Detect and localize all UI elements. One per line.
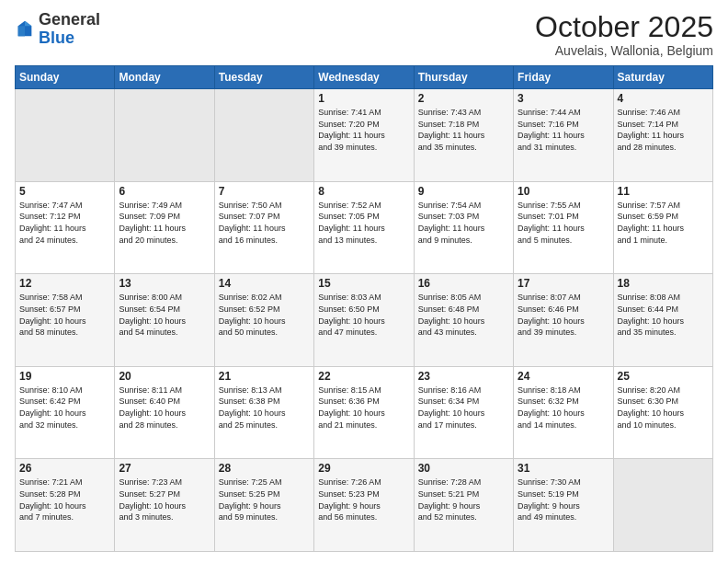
day-cell: 8Sunrise: 7:52 AM Sunset: 7:05 PM Daylig… xyxy=(314,181,414,274)
day-info: Sunrise: 8:16 AM Sunset: 6:34 PM Dayligh… xyxy=(418,385,509,431)
day-info: Sunrise: 7:55 AM Sunset: 7:01 PM Dayligh… xyxy=(518,200,609,246)
day-info: Sunrise: 8:10 AM Sunset: 6:42 PM Dayligh… xyxy=(19,385,110,431)
day-number: 29 xyxy=(318,462,409,475)
day-info: Sunrise: 7:43 AM Sunset: 7:18 PM Dayligh… xyxy=(418,107,509,153)
day-info: Sunrise: 7:54 AM Sunset: 7:03 PM Dayligh… xyxy=(418,200,509,246)
logo-icon xyxy=(15,19,35,40)
day-number: 11 xyxy=(618,185,709,198)
week-row-2: 5Sunrise: 7:47 AM Sunset: 7:12 PM Daylig… xyxy=(16,181,713,274)
day-info: Sunrise: 8:02 AM Sunset: 6:52 PM Dayligh… xyxy=(219,292,310,338)
title-block: October 2025 Auvelais, Wallonia, Belgium xyxy=(535,11,713,58)
day-number: 26 xyxy=(19,462,110,475)
day-info: Sunrise: 7:23 AM Sunset: 5:27 PM Dayligh… xyxy=(119,477,210,523)
day-cell: 10Sunrise: 7:55 AM Sunset: 7:01 PM Dayli… xyxy=(514,181,613,274)
weekday-header-thursday: Thursday xyxy=(414,66,513,89)
day-cell xyxy=(16,89,115,182)
day-cell: 4Sunrise: 7:46 AM Sunset: 7:14 PM Daylig… xyxy=(613,89,712,182)
weekday-header-saturday: Saturday xyxy=(613,66,712,89)
weekday-header-sunday: Sunday xyxy=(16,66,115,89)
day-info: Sunrise: 7:50 AM Sunset: 7:07 PM Dayligh… xyxy=(219,200,310,246)
day-cell: 29Sunrise: 7:26 AM Sunset: 5:23 PM Dayli… xyxy=(314,459,414,552)
day-number: 27 xyxy=(119,462,210,475)
logo-text: General Blue xyxy=(39,11,100,48)
day-info: Sunrise: 7:46 AM Sunset: 7:14 PM Dayligh… xyxy=(618,107,709,153)
day-info: Sunrise: 7:52 AM Sunset: 7:05 PM Dayligh… xyxy=(318,200,409,246)
weekday-header-tuesday: Tuesday xyxy=(214,66,313,89)
day-number: 7 xyxy=(219,185,310,198)
month-title: October 2025 xyxy=(535,11,713,43)
day-number: 23 xyxy=(418,370,509,383)
day-cell: 14Sunrise: 8:02 AM Sunset: 6:52 PM Dayli… xyxy=(214,274,313,367)
day-info: Sunrise: 7:58 AM Sunset: 6:57 PM Dayligh… xyxy=(19,292,110,338)
day-number: 8 xyxy=(318,185,409,198)
day-info: Sunrise: 7:30 AM Sunset: 5:19 PM Dayligh… xyxy=(518,477,609,523)
calendar-table: SundayMondayTuesdayWednesdayThursdayFrid… xyxy=(15,65,713,552)
day-cell: 25Sunrise: 8:20 AM Sunset: 6:30 PM Dayli… xyxy=(613,366,712,459)
day-info: Sunrise: 8:18 AM Sunset: 6:32 PM Dayligh… xyxy=(518,385,609,431)
day-number: 14 xyxy=(219,277,310,290)
day-cell: 16Sunrise: 8:05 AM Sunset: 6:48 PM Dayli… xyxy=(414,274,513,367)
day-number: 1 xyxy=(318,92,409,105)
day-cell: 6Sunrise: 7:49 AM Sunset: 7:09 PM Daylig… xyxy=(115,181,214,274)
day-number: 31 xyxy=(518,462,609,475)
weekday-row: SundayMondayTuesdayWednesdayThursdayFrid… xyxy=(16,66,713,89)
calendar-header: SundayMondayTuesdayWednesdayThursdayFrid… xyxy=(16,66,713,89)
day-number: 16 xyxy=(418,277,509,290)
day-cell: 1Sunrise: 7:41 AM Sunset: 7:20 PM Daylig… xyxy=(314,89,414,182)
day-cell: 3Sunrise: 7:44 AM Sunset: 7:16 PM Daylig… xyxy=(514,89,613,182)
day-info: Sunrise: 7:25 AM Sunset: 5:25 PM Dayligh… xyxy=(219,477,310,523)
weekday-header-wednesday: Wednesday xyxy=(314,66,414,89)
day-cell: 12Sunrise: 7:58 AM Sunset: 6:57 PM Dayli… xyxy=(16,274,115,367)
week-row-1: 1Sunrise: 7:41 AM Sunset: 7:20 PM Daylig… xyxy=(16,89,713,182)
day-number: 13 xyxy=(119,277,210,290)
day-info: Sunrise: 8:11 AM Sunset: 6:40 PM Dayligh… xyxy=(119,385,210,431)
day-cell: 11Sunrise: 7:57 AM Sunset: 6:59 PM Dayli… xyxy=(613,181,712,274)
day-number: 10 xyxy=(518,185,609,198)
calendar-body: 1Sunrise: 7:41 AM Sunset: 7:20 PM Daylig… xyxy=(16,89,713,552)
day-cell: 24Sunrise: 8:18 AM Sunset: 6:32 PM Dayli… xyxy=(514,366,613,459)
day-number: 15 xyxy=(318,277,409,290)
day-cell: 26Sunrise: 7:21 AM Sunset: 5:28 PM Dayli… xyxy=(16,459,115,552)
day-cell: 15Sunrise: 8:03 AM Sunset: 6:50 PM Dayli… xyxy=(314,274,414,367)
day-number: 5 xyxy=(19,185,110,198)
day-number: 19 xyxy=(19,370,110,383)
day-cell: 5Sunrise: 7:47 AM Sunset: 7:12 PM Daylig… xyxy=(16,181,115,274)
day-cell: 30Sunrise: 7:28 AM Sunset: 5:21 PM Dayli… xyxy=(414,459,513,552)
day-cell: 18Sunrise: 8:08 AM Sunset: 6:44 PM Dayli… xyxy=(613,274,712,367)
day-number: 24 xyxy=(518,370,609,383)
day-info: Sunrise: 7:21 AM Sunset: 5:28 PM Dayligh… xyxy=(19,477,110,523)
day-number: 22 xyxy=(318,370,409,383)
header: General Blue October 2025 Auvelais, Wall… xyxy=(15,11,713,58)
day-number: 17 xyxy=(518,277,609,290)
day-info: Sunrise: 8:13 AM Sunset: 6:38 PM Dayligh… xyxy=(219,385,310,431)
day-number: 30 xyxy=(418,462,509,475)
day-info: Sunrise: 8:08 AM Sunset: 6:44 PM Dayligh… xyxy=(618,292,709,338)
day-number: 6 xyxy=(119,185,210,198)
week-row-3: 12Sunrise: 7:58 AM Sunset: 6:57 PM Dayli… xyxy=(16,274,713,367)
day-cell: 28Sunrise: 7:25 AM Sunset: 5:25 PM Dayli… xyxy=(214,459,313,552)
day-cell: 19Sunrise: 8:10 AM Sunset: 6:42 PM Dayli… xyxy=(16,366,115,459)
week-row-4: 19Sunrise: 8:10 AM Sunset: 6:42 PM Dayli… xyxy=(16,366,713,459)
day-number: 2 xyxy=(418,92,509,105)
day-cell xyxy=(115,89,214,182)
day-cell: 31Sunrise: 7:30 AM Sunset: 5:19 PM Dayli… xyxy=(514,459,613,552)
day-info: Sunrise: 7:47 AM Sunset: 7:12 PM Dayligh… xyxy=(19,200,110,246)
day-info: Sunrise: 7:26 AM Sunset: 5:23 PM Dayligh… xyxy=(318,477,409,523)
week-row-5: 26Sunrise: 7:21 AM Sunset: 5:28 PM Dayli… xyxy=(16,459,713,552)
day-info: Sunrise: 8:05 AM Sunset: 6:48 PM Dayligh… xyxy=(418,292,509,338)
day-cell xyxy=(214,89,313,182)
day-number: 25 xyxy=(618,370,709,383)
logo-blue-text: Blue xyxy=(39,29,74,47)
day-number: 20 xyxy=(119,370,210,383)
weekday-header-friday: Friday xyxy=(514,66,613,89)
day-cell: 7Sunrise: 7:50 AM Sunset: 7:07 PM Daylig… xyxy=(214,181,313,274)
page: General Blue October 2025 Auvelais, Wall… xyxy=(0,0,728,563)
weekday-header-monday: Monday xyxy=(115,66,214,89)
day-number: 28 xyxy=(219,462,310,475)
day-info: Sunrise: 8:00 AM Sunset: 6:54 PM Dayligh… xyxy=(119,292,210,338)
logo-general-text: General xyxy=(39,10,100,29)
day-number: 3 xyxy=(518,92,609,105)
day-number: 18 xyxy=(618,277,709,290)
day-cell: 2Sunrise: 7:43 AM Sunset: 7:18 PM Daylig… xyxy=(414,89,513,182)
logo: General Blue xyxy=(15,11,100,48)
